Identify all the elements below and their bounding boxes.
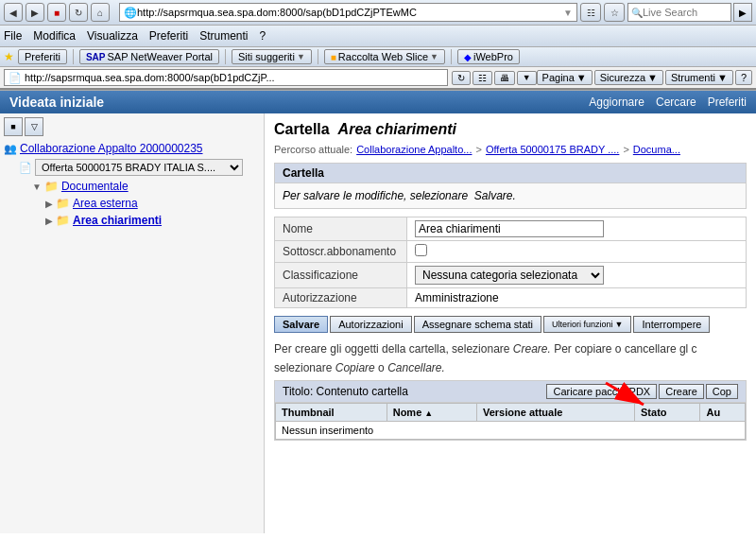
card-body-italic: Salvare. [474, 189, 516, 202]
sidebar-area-chiarimenti[interactable]: ▶ 📁 Area chiarimenti [4, 212, 260, 229]
menu-bar: Documentale File Modifica Visualizza Pre… [4, 27, 266, 44]
info-text-connector: o [378, 361, 385, 374]
ulteriori-funzioni-button[interactable]: Ulteriori funzioni ▼ [543, 316, 631, 333]
address-text: http://sapsrmqua.sea.spa.dom:8000/sap(bD… [137, 7, 561, 18]
autorizzazione-text: Amministrazione [415, 291, 499, 304]
form-table: Nome Sottoscr.abbonamento Classificazion… [274, 217, 747, 308]
content-table-area: Titolo: Contenuto cartella Caricare pacc… [274, 380, 747, 441]
favorites-label: Preferiti [25, 51, 60, 62]
print-btn[interactable]: 🖶 [494, 71, 515, 85]
form-label-nome: Nome [275, 217, 407, 241]
red-arrow-svg [601, 378, 658, 411]
sidebar-documentale[interactable]: ▼ 📁 Documentale [4, 178, 260, 195]
sidebar-btn-2[interactable]: ▽ [25, 117, 43, 136]
ulteriori-arrow: ▼ [615, 320, 624, 329]
breadcrumb: Percorso attuale: Collaborazione Appalto… [274, 144, 747, 155]
breadcrumb-link-1[interactable]: Collaborazione Appalto... [356, 144, 472, 155]
preferiti-header-btn[interactable]: Preferiti [708, 96, 747, 109]
help-btn[interactable]: ? [735, 70, 752, 85]
breadcrumb-link-2[interactable]: Offerta 50000175 BRADY .... [486, 144, 619, 155]
back-button[interactable]: ◀ [4, 3, 23, 22]
offerta-select[interactable]: Offerta 50000175 BRADY ITALIA S.... [35, 159, 243, 176]
salvare-button[interactable]: Salvare [274, 316, 328, 333]
abbonamento-checkbox[interactable] [415, 244, 427, 256]
collab-link-text[interactable]: Collaborazione Appalto 2000000235 [20, 142, 203, 155]
ulteriori-label: Ulteriori funzioni [552, 320, 613, 329]
documentale-link[interactable]: Documentale [61, 180, 129, 193]
live-search-input[interactable] [643, 7, 728, 18]
sites-dropdown-arrow: ▼ [297, 52, 305, 61]
data-table: Thumbnail Nome ▲ Versione attuale Stato … [275, 403, 746, 440]
data-table-header-row: Thumbnail Nome ▲ Versione attuale Stato … [276, 404, 746, 422]
address-bar-2[interactable]: 📄 http://sapsrmqua.sea.spa.dom:8000/sap(… [4, 69, 448, 86]
interrompere-button[interactable]: Interrompere [633, 316, 710, 333]
menu-preferiti[interactable]: Preferiti [149, 29, 188, 43]
sites-button[interactable]: Siti suggeriti ▼ [232, 49, 312, 64]
address-toolbar-2: 📄 http://sapsrmqua.sea.spa.dom:8000/sap(… [0, 67, 756, 90]
cop-button[interactable]: Cop [706, 384, 738, 399]
col-au: Au [700, 404, 746, 422]
card-header: Cartella [275, 164, 746, 183]
col-thumbnail: Thumbnail [276, 404, 387, 422]
no-data-row: Nessun inserimento [276, 422, 746, 440]
cercare-btn[interactable]: Cercare [656, 96, 696, 109]
search-go-button[interactable]: ▶ [733, 3, 752, 22]
aggiornare-btn[interactable]: Aggiornare [589, 96, 644, 109]
menu-strumenti[interactable]: Strumenti [199, 29, 248, 43]
browser-chrome: ◀ ▶ ■ ↻ ⌂ 🌐 http://sapsrmqua.sea.spa.dom… [0, 0, 756, 91]
refresh-page-btn[interactable]: ↻ [452, 71, 471, 85]
menu-file[interactable]: File [4, 29, 22, 43]
nome-input[interactable] [415, 220, 604, 237]
print-dropdown-btn[interactable]: ▼ [517, 71, 537, 85]
form-value-abbonamento [407, 241, 747, 263]
autorizzazioni-button[interactable]: Autorizzazioni [330, 316, 411, 333]
favorites-button[interactable]: Preferiti [18, 49, 67, 64]
folder-icon-chiarimenti: 📁 [56, 214, 70, 227]
no-data-cell: Nessun inserimento [276, 422, 746, 440]
select-icon: 📄 [19, 162, 32, 174]
forward-button[interactable]: ▶ [26, 3, 44, 22]
sap-portal-button[interactable]: SAP SAP NetWeaver Portal [79, 49, 219, 64]
menu-visualizza[interactable]: Visualizza [87, 29, 138, 43]
creare-button[interactable]: Creare [659, 384, 704, 399]
form-row-autorizzazione: Autorizzazione Amministrazione [275, 288, 747, 308]
sidebar-collab-link[interactable]: 👥 Collaborazione Appalto 2000000235 [4, 140, 260, 157]
menu-help[interactable]: ? [260, 29, 266, 43]
iwebpro-button[interactable]: ◆ iWebPro [457, 49, 520, 64]
assegnare-schema-button[interactable]: Assegnare schema stati [414, 316, 541, 333]
classificazione-select[interactable]: Nessuna categoria selezionata [415, 266, 604, 285]
feed-button[interactable]: ☷ [580, 3, 601, 22]
menu-modifica[interactable]: Modifica [33, 29, 76, 43]
toolbar-separator-3 [318, 49, 318, 64]
area-chiarimenti-link[interactable]: Area chiarimenti [73, 214, 162, 227]
refresh-button[interactable]: ↻ [69, 3, 88, 22]
breadcrumb-link-3[interactable]: Documa... [633, 144, 680, 155]
sidebar-area-esterna[interactable]: ▶ 📁 Area esterna [4, 195, 260, 212]
rss-btn[interactable]: ☷ [472, 71, 492, 85]
page-icon: 📄 [9, 72, 22, 84]
strumenti-btn[interactable]: Strumenti ▼ [665, 70, 733, 85]
home-button[interactable]: ⌂ [91, 3, 110, 22]
stop-button[interactable]: ■ [47, 3, 66, 22]
info-text-middle: Per copiare o cancellare gl c [554, 342, 696, 356]
web-slice-label: Raccolta Web Slice [338, 51, 428, 62]
web-slice-arrow: ▼ [430, 52, 438, 61]
col-nome[interactable]: Nome ▲ [387, 404, 476, 422]
pagina-btn[interactable]: Pagina ▼ [537, 70, 593, 85]
area-esterna-link[interactable]: Area esterna [73, 197, 138, 210]
nome-sort-icon: ▲ [424, 408, 433, 418]
iwebpro-label: iWebPro [473, 51, 513, 62]
content-table-wrapper: Titolo: Contenuto cartella Caricare pacc… [274, 380, 747, 441]
sicurezza-btn[interactable]: Sicurezza ▼ [594, 70, 663, 85]
web-slice-button[interactable]: ■ Raccolta Web Slice ▼ [324, 49, 445, 64]
sidebar-toolbar: ■ ▽ [4, 117, 260, 136]
address-bar[interactable]: 🌐 http://sapsrmqua.sea.spa.dom:8000/sap(… [119, 3, 577, 22]
sidebar-btn-1[interactable]: ■ [4, 117, 23, 136]
main-layout: ■ ▽ 👥 Collaborazione Appalto 2000000235 … [0, 113, 756, 533]
nav-toolbar: ◀ ▶ ■ ↻ ⌂ 🌐 http://sapsrmqua.sea.spa.dom… [0, 0, 756, 26]
red-arrow-annotation [601, 378, 658, 414]
form-label-classificazione: Classificazione [275, 263, 407, 288]
favorites-toolbar: ★ Preferiti SAP SAP NetWeaver Portal Sit… [0, 47, 756, 67]
bookmarks-button[interactable]: ☆ [604, 3, 625, 22]
form-row-abbonamento: Sottoscr.abbonamento [275, 241, 747, 263]
